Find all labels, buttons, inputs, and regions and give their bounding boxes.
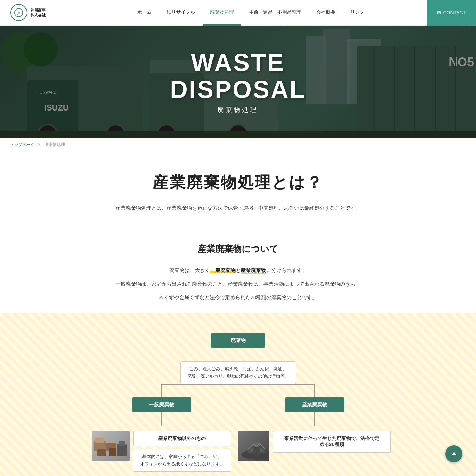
hero-title-english: WASTE DISPOSAL [119,49,357,103]
diagram-right-content: 事業活動に伴って生じた廃棄物で、法令で定める20種類 [238,426,391,461]
diagram-line-root [238,348,238,361]
about-heading: 産業廃棄物について [34,243,442,255]
svg-text:岸: 岸 [17,12,20,15]
logo-icon: 岸 [10,4,27,21]
diagram-right-label: 産業廃棄物 [285,397,344,412]
highlight-industrial: 産業廃棄物 [241,267,266,274]
breadcrumb: トップページ > 廃棄物処理 [0,138,476,152]
contact-button[interactable]: ✉ CONTACT [427,0,476,26]
about-paragraph2: 一般廃棄物は、家庭から出される廃棄物のこと。産業廃棄物は、事業活動によって出され… [34,279,442,289]
about-paragraph3: 木くずや金属くずなど法令で定められた20種類の廃棄物のことです。 [34,292,442,303]
breadcrumb-home[interactable]: トップページ [10,142,35,147]
household-waste-image [92,431,130,461]
diagram-left-label: 一般廃棄物 [132,397,191,412]
diagram-container: 廃棄物 ごみ、粗大ごみ、燃え殻、汚泥、ふん尿、廃油、 廃酸、廃アルカリ、動物の死… [34,333,442,476]
nav-links[interactable]: リンク [343,0,372,26]
main-nav: ホーム 鉄リサイクル 廃棄物処理 生前・遺品・不用品整理 会社概要 リンク [75,0,427,26]
hero-title-japanese: 廃棄物処理 [119,106,357,114]
svg-rect-32 [119,441,125,446]
scroll-top-button[interactable] [445,445,462,462]
diagram-left-vline2 [161,412,162,426]
svg-rect-29 [97,449,106,456]
diagram-h-connector [162,384,314,385]
about-paragraph1: 廃棄物は、大きく一般廃棄物と産業廃棄物に分けられます。 [34,265,442,275]
logo-area: 岸 岸川商事 株式会社 [0,4,75,21]
nav-home[interactable]: ホーム [130,0,159,26]
svg-rect-30 [109,448,116,456]
industrial-waste-image [238,431,269,461]
diagram-left-sub: 産業廃棄物以外のもの [133,431,231,446]
highlight-general: 一般廃棄物 [210,267,236,273]
diagram-right-sub: 事業活動に伴って生じた廃棄物で、法令で定める20種類 [273,431,391,453]
mail-icon: ✉ [437,10,441,15]
intro-description: 産業廃棄物処理とは、産業廃棄物を適正な方法で保管・運搬・中間処理、あるいは最終処… [7,203,469,213]
hero-section: FORWARD ISUZU NO5 WASTE DISPOSAL 廃棄物処理 [0,26,476,138]
nav-company[interactable]: 会社概要 [309,0,343,26]
diagram-section: 廃棄物 ごみ、粗大ごみ、燃え殻、汚泥、ふん尿、廃油、 廃酸、廃アルカリ、動物の死… [0,313,476,476]
header: 岸 岸川商事 株式会社 ホーム 鉄リサイクル 廃棄物処理 生前・遺品・不用品整理… [0,0,476,26]
section-about: 産業廃棄物について 廃棄物は、大きく一般廃棄物と産業廃棄物に分けられます。 一般… [0,230,476,313]
diagram-root: 廃棄物 [211,333,265,348]
diagram-root-desc: ごみ、粗大ごみ、燃え殻、汚泥、ふん尿、廃油、 廃酸、廃アルカリ、動物の死体やその… [180,361,296,384]
diagram-left-desc: 基本的には、家庭から出る「ごみ」や、 オフィスから出る紙くずなどになります。 [133,449,231,472]
diagram-left-content: 産業廃棄物以外のもの 基本的には、家庭から出る「ごみ」や、 オフィスから出る紙く… [92,426,231,472]
hero-content: WASTE DISPOSAL 廃棄物処理 [119,49,357,114]
svg-rect-31 [117,444,127,456]
diagram-right-branch: 産業廃棄物 [238,384,391,472]
nav-life-belongings[interactable]: 生前・遺品・不用品整理 [241,0,309,26]
breadcrumb-current: 廃棄物処理 [45,142,65,147]
diagram-branch-row: 一般廃棄物 [85,384,391,472]
main-content: 産業廃棄物処理とは？ 産業廃棄物処理とは、産業廃棄物を適正な方法で保管・運搬・中… [0,152,476,476]
logo-text: 岸川商事 株式会社 [31,8,46,18]
nav-iron-recycle[interactable]: 鉄リサイクル [159,0,203,26]
intro-heading: 産業廃棄物処理とは？ [7,172,469,193]
nav-waste-disposal[interactable]: 廃棄物処理 [203,0,241,26]
diagram-left-vline [161,384,162,397]
breadcrumb-separator: > [37,142,41,147]
svg-rect-27 [95,438,104,443]
section-intro: 産業廃棄物処理とは？ 産業廃棄物処理とは、産業廃棄物を適正な方法で保管・運搬・中… [0,152,476,230]
diagram-right-vline [314,384,315,397]
diagram-right-vline2 [314,412,315,426]
diagram-left-branch: 一般廃棄物 [85,384,238,472]
